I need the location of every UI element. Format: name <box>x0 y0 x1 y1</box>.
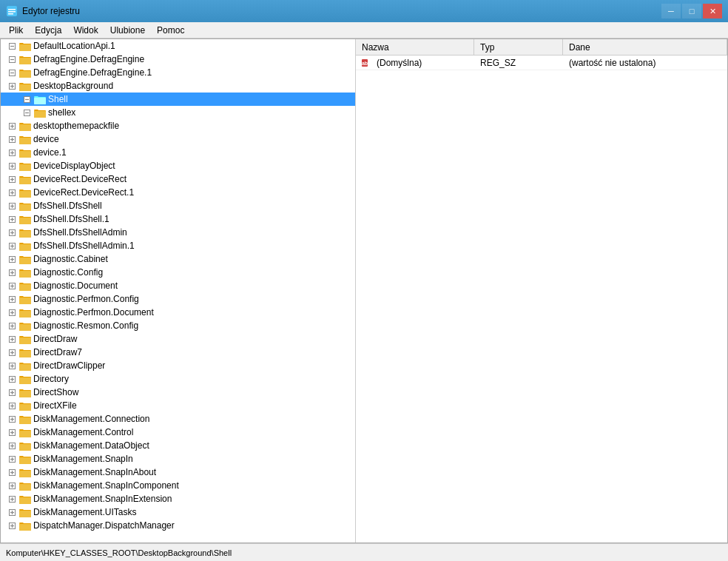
expand-button[interactable] <box>7 294 17 304</box>
folder-icon <box>19 427 31 437</box>
main-content: DefaultLocationApi.1 DefragEngine.Defrag… <box>0 38 728 543</box>
tree-item[interactable]: DiskManagement.SnapIn <box>1 452 355 466</box>
tree-item[interactable]: Diagnostic.Resmon.Config <box>1 319 355 332</box>
tree-item[interactable]: DispatchManager.DispatchManager <box>1 519 355 532</box>
tree-item[interactable]: DefragEngine.DefragEngine <box>1 53 355 66</box>
tree-item[interactable]: device <box>1 132 355 146</box>
expand-button[interactable] <box>7 67 17 78</box>
expand-button[interactable] <box>7 134 17 144</box>
tree-item[interactable]: Diagnostic.Cabinet <box>1 252 355 266</box>
tree-item-label: DiskManagement.SnapInComponent <box>33 480 179 491</box>
expand-button[interactable] <box>7 507 17 517</box>
svg-rect-20 <box>19 84 31 91</box>
svg-rect-43 <box>19 151 31 158</box>
tree-container[interactable]: DefaultLocationApi.1 DefragEngine.Defrag… <box>1 39 355 542</box>
tree-item[interactable]: DfsShell.DfsShell <box>1 199 355 212</box>
registry-row[interactable]: ab (Domyślna)REG_SZ(wartość nie ustalona… <box>356 56 727 70</box>
tree-item[interactable]: Shell <box>1 93 355 106</box>
tree-item[interactable]: DeviceRect.DeviceRect.1 <box>1 186 355 199</box>
expand-button[interactable] <box>7 427 17 437</box>
svg-rect-58 <box>19 191 31 198</box>
tree-item[interactable]: DiskManagement.SnapInAbout <box>1 466 355 479</box>
tree-item[interactable]: Diagnostic.Perfmon.Config <box>1 292 355 306</box>
tree-item-label: Diagnostic.Cabinet <box>33 254 108 264</box>
expand-button[interactable] <box>7 254 17 264</box>
tree-item-label: DeviceRect.DeviceRect <box>33 174 127 184</box>
expand-button[interactable] <box>7 400 17 411</box>
expand-button[interactable] <box>7 494 17 504</box>
tree-item[interactable]: DeviceDisplayObject <box>1 159 355 172</box>
svg-rect-48 <box>19 164 31 171</box>
expand-button[interactable] <box>7 320 17 331</box>
tree-item[interactable]: desktopthemepackfile <box>1 119 355 132</box>
expand-button[interactable] <box>7 454 17 464</box>
expand-button[interactable] <box>7 121 17 131</box>
registry-name-cell: ab (Domyślna) <box>356 58 474 68</box>
expand-button[interactable] <box>7 147 17 158</box>
tree-item[interactable]: shellex <box>1 106 355 119</box>
expand-button[interactable] <box>7 334 17 344</box>
expand-button[interactable] <box>7 480 17 491</box>
tree-item[interactable]: Diagnostic.Document <box>1 279 355 292</box>
tree-item[interactable]: DirectShow <box>1 386 355 399</box>
expand-button[interactable] <box>7 54 17 64</box>
expand-button[interactable] <box>21 94 32 104</box>
expand-button[interactable] <box>7 161 17 171</box>
maximize-button[interactable]: □ <box>682 4 701 19</box>
tree-item[interactable]: DiskManagement.UITasks <box>1 505 355 519</box>
menu-ulubione[interactable]: Ulubione <box>104 24 151 37</box>
folder-icon <box>19 134 31 144</box>
tree-item-label: shellex <box>48 107 75 118</box>
expand-button[interactable] <box>7 241 17 251</box>
close-button[interactable]: ✕ <box>703 4 722 19</box>
expand-button[interactable] <box>7 440 17 451</box>
tree-item[interactable]: DirectXFile <box>1 399 355 412</box>
tree-item[interactable]: DirectDrawClipper <box>1 359 355 372</box>
right-content[interactable]: ab (Domyślna)REG_SZ(wartość nie ustalona… <box>356 56 727 542</box>
tree-item[interactable]: DeviceRect.DeviceRect <box>1 172 355 186</box>
expand-button[interactable] <box>7 174 17 184</box>
menu-plik[interactable]: Plik <box>3 24 29 37</box>
menu-pomoc[interactable]: Pomoc <box>151 24 190 37</box>
expand-button[interactable] <box>7 214 17 224</box>
tree-item[interactable]: Diagnostic.Perfmon.Document <box>1 306 355 319</box>
expand-button[interactable] <box>7 307 17 318</box>
status-path: Komputer\HKEY_CLASSES_ROOT\DesktopBackgr… <box>6 548 232 557</box>
minimize-button[interactable]: ─ <box>661 4 681 19</box>
tree-item[interactable]: DefaultLocationApi.1 <box>1 39 355 53</box>
expand-button[interactable] <box>7 414 17 424</box>
expand-button[interactable] <box>7 81 17 91</box>
tree-item-label: Diagnostic.Resmon.Config <box>33 320 138 331</box>
expand-button[interactable] <box>7 347 17 357</box>
tree-item[interactable]: DiskManagement.SnapInComponent <box>1 479 355 492</box>
expand-button[interactable] <box>7 387 17 397</box>
menu-edycja[interactable]: Edycja <box>29 24 67 37</box>
menu-widok[interactable]: Widok <box>67 24 104 37</box>
tree-item[interactable]: DesktopBackground <box>1 79 355 93</box>
expand-button[interactable] <box>7 267 17 278</box>
expand-button[interactable] <box>7 187 17 198</box>
tree-item[interactable]: DirectDraw7 <box>1 346 355 359</box>
tree-item[interactable]: DfsShell.DfsShell.1 <box>1 212 355 226</box>
tree-item[interactable]: DiskManagement.Control <box>1 426 355 439</box>
expand-button[interactable] <box>7 280 17 291</box>
expand-button[interactable] <box>7 467 17 477</box>
tree-item[interactable]: DefragEngine.DefragEngine.1 <box>1 66 355 79</box>
expand-button[interactable] <box>7 360 17 371</box>
tree-item[interactable]: device.1 <box>1 146 355 159</box>
tree-item[interactable]: Diagnostic.Config <box>1 266 355 279</box>
expand-button[interactable] <box>7 374 17 384</box>
expand-button[interactable] <box>21 107 32 118</box>
expand-button[interactable] <box>7 520 17 531</box>
tree-item[interactable]: DiskManagement.SnapInExtension <box>1 492 355 505</box>
tree-item[interactable]: Directory <box>1 372 355 386</box>
svg-rect-143 <box>19 417 31 424</box>
tree-item[interactable]: DfsShell.DfsShellAdmin <box>1 226 355 239</box>
tree-item[interactable]: DiskManagement.Connection <box>1 412 355 426</box>
expand-button[interactable] <box>7 201 17 211</box>
expand-button[interactable] <box>7 227 17 238</box>
expand-button[interactable] <box>7 41 17 51</box>
tree-item[interactable]: DirectDraw <box>1 332 355 346</box>
tree-item[interactable]: DiskManagement.DataObject <box>1 439 355 452</box>
tree-item[interactable]: DfsShell.DfsShellAdmin.1 <box>1 239 355 252</box>
